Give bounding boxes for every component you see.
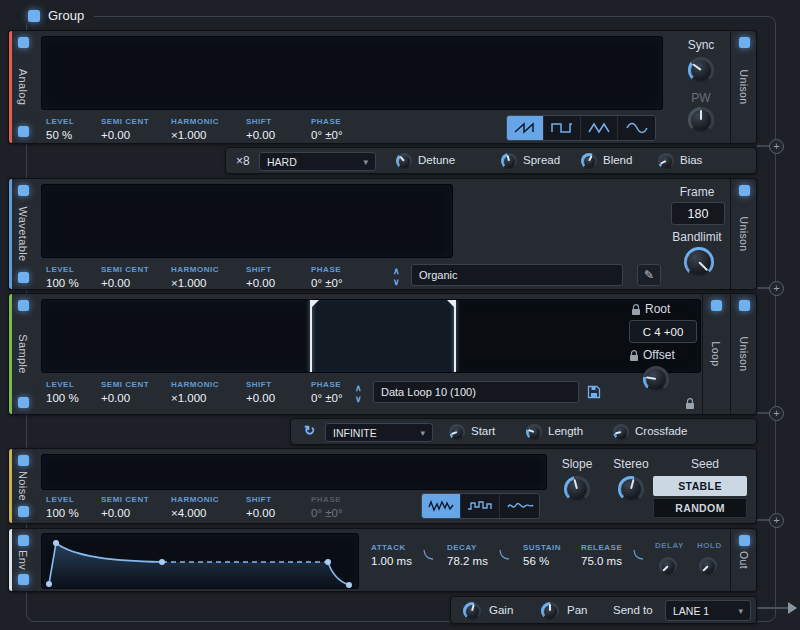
noise-phase-param[interactable]: PHASE 0° ±0° <box>311 495 343 519</box>
slope-knob[interactable] <box>564 476 590 502</box>
send-to-select[interactable]: LANE 1 ▾ <box>665 600 751 621</box>
analog-waveform-display[interactable] <box>41 36 663 110</box>
spread-knob[interactable] <box>501 153 517 169</box>
wavetable-unison-toggle[interactable] <box>739 185 750 196</box>
wavetable-module-tab[interactable]: Wavetable <box>9 179 37 289</box>
loop-crossfade-knob[interactable] <box>613 424 629 440</box>
decay-curve-icon[interactable] <box>499 549 510 560</box>
sample-unison-toggle[interactable] <box>739 300 750 311</box>
sample-power-toggle[interactable] <box>18 300 29 311</box>
analog-semicent-param[interactable]: SEMI CENT +0.00 <box>101 117 149 141</box>
sample-phase-param[interactable]: PHASE 0° ±0° <box>311 380 343 404</box>
spinner-down-icon[interactable]: ∨ <box>355 395 362 403</box>
env-sustain-param[interactable]: SUSTAIN 56 % <box>523 543 561 567</box>
env-attack-param[interactable]: ATTACK 1.00 ms <box>371 543 412 567</box>
wavetable-waveform-display[interactable] <box>41 184 453 258</box>
env-out-panel[interactable]: Out <box>730 529 758 591</box>
release-curve-icon[interactable] <box>633 549 644 560</box>
noise-semicent-param[interactable]: SEMI CENT +0.00 <box>101 495 149 519</box>
wavetable-shift-param[interactable]: SHIFT +0.00 <box>246 265 275 289</box>
triangle-wave-icon[interactable] <box>581 116 618 140</box>
analog-phase-param[interactable]: PHASE 0° ±0° <box>311 117 343 141</box>
sample-harmonic-param[interactable]: HARMONIC ×1.000 <box>171 380 219 404</box>
bias-knob[interactable] <box>658 153 674 169</box>
sample-level-param[interactable]: LEVEL 100 % <box>46 380 79 404</box>
wavetable-power-toggle[interactable] <box>18 185 29 196</box>
wavetable-unison-panel[interactable]: Unison <box>730 179 758 289</box>
env-out-toggle[interactable] <box>739 535 750 546</box>
attack-curve-icon[interactable] <box>423 549 434 560</box>
analog-shift-param[interactable]: SHIFT +0.00 <box>246 117 275 141</box>
bandlimit-knob[interactable] <box>684 247 714 277</box>
spinner-up-icon[interactable]: ∧ <box>355 384 362 392</box>
wavetable-aux-toggle[interactable] <box>18 272 29 283</box>
noise-power-toggle[interactable] <box>18 455 29 466</box>
square-wave-icon[interactable] <box>544 116 581 140</box>
mix-node-icon[interactable]: + <box>769 406 784 421</box>
spinner-up-icon[interactable]: ∧ <box>393 267 400 275</box>
pw-knob[interactable] <box>688 107 714 133</box>
env-decay-param[interactable]: DECAY 78.2 ms <box>447 543 488 567</box>
saw-wave-icon[interactable] <box>507 116 544 140</box>
env-aux-toggle[interactable] <box>18 574 29 585</box>
step-noise-icon[interactable] <box>461 494 500 518</box>
sample-loop-toggle[interactable] <box>711 300 722 311</box>
analog-unison-toggle[interactable] <box>739 37 750 48</box>
loop-end-marker[interactable] <box>454 300 456 372</box>
wavetable-level-param[interactable]: LEVEL 100 % <box>46 265 79 289</box>
frame-value-box[interactable]: 180 <box>671 202 725 225</box>
pan-knob[interactable] <box>541 602 559 620</box>
mix-node-icon[interactable]: + <box>769 281 784 296</box>
root-note-box[interactable]: C 4 +00 <box>629 320 697 343</box>
smooth-noise-icon[interactable] <box>500 494 539 518</box>
env-module-tab[interactable]: Env <box>9 529 37 591</box>
sample-shift-param[interactable]: SHIFT +0.00 <box>246 380 275 404</box>
analog-power-toggle[interactable] <box>18 37 29 48</box>
env-release-param[interactable]: RELEASE 75.0 ms <box>581 543 622 567</box>
wavetable-phase-param[interactable]: PHASE 0° ±0° <box>311 265 343 289</box>
loop-length-knob[interactable] <box>526 424 542 440</box>
noise-module-tab[interactable]: Noise <box>9 449 37 523</box>
sample-aux-toggle[interactable] <box>18 397 29 408</box>
seed-option-random[interactable]: RANDOM <box>653 498 747 518</box>
env-delay-knob[interactable] <box>659 557 677 575</box>
offset-knob[interactable] <box>643 366 669 392</box>
mix-node-icon[interactable]: + <box>769 139 784 154</box>
wavetable-semicent-param[interactable]: SEMI CENT +0.00 <box>101 265 149 289</box>
analog-level-param[interactable]: LEVEL 50 % <box>46 117 74 141</box>
loop-mode-select[interactable]: INFINITE ▾ <box>325 423 433 442</box>
noise-harmonic-param[interactable]: HARMONIC ×4.000 <box>171 495 219 519</box>
mix-node-icon[interactable]: + <box>769 513 784 528</box>
envelope-display[interactable] <box>41 533 359 589</box>
unison-voices-value[interactable]: ×8 <box>236 154 250 168</box>
wavetable-edit-button[interactable]: ✎ <box>637 264 661 286</box>
noise-aux-toggle[interactable] <box>18 506 29 517</box>
sample-preset-select[interactable]: Data Loop 10 (100) <box>373 381 579 403</box>
detune-knob[interactable] <box>396 153 412 169</box>
unison-mode-select[interactable]: HARD ▾ <box>259 152 376 171</box>
sample-module-tab[interactable]: Sample <box>9 294 37 414</box>
sample-unison-panel[interactable]: Unison <box>730 294 758 414</box>
sync-knob[interactable] <box>688 57 714 83</box>
root-lock-icon[interactable] <box>631 304 641 316</box>
loop-start-knob[interactable] <box>449 424 465 440</box>
analog-aux-toggle[interactable] <box>18 126 29 137</box>
wavetable-preset-select[interactable]: Organic <box>411 264 623 286</box>
save-icon[interactable] <box>587 385 601 399</box>
gain-knob[interactable] <box>463 602 481 620</box>
env-hold-knob[interactable] <box>699 557 717 575</box>
wavetable-preset-spinner[interactable]: ∧ ∨ <box>393 267 400 286</box>
noise-level-param[interactable]: LEVEL 100 % <box>46 495 79 519</box>
sample-semicent-param[interactable]: SEMI CENT +0.00 <box>101 380 149 404</box>
sample-waveform-display[interactable] <box>41 299 701 373</box>
loop-start-marker[interactable] <box>310 300 312 372</box>
white-noise-icon[interactable] <box>422 494 461 518</box>
sample-preset-spinner[interactable]: ∧ ∨ <box>355 384 362 403</box>
stereo-knob[interactable] <box>618 476 644 502</box>
group-power-toggle[interactable] <box>28 10 40 22</box>
analog-module-tab[interactable]: Analog <box>9 31 37 143</box>
offset-lock-icon[interactable] <box>629 350 639 362</box>
spinner-down-icon[interactable]: ∨ <box>393 278 400 286</box>
sine-wave-icon[interactable] <box>618 116 655 140</box>
blend-knob[interactable] <box>581 153 597 169</box>
